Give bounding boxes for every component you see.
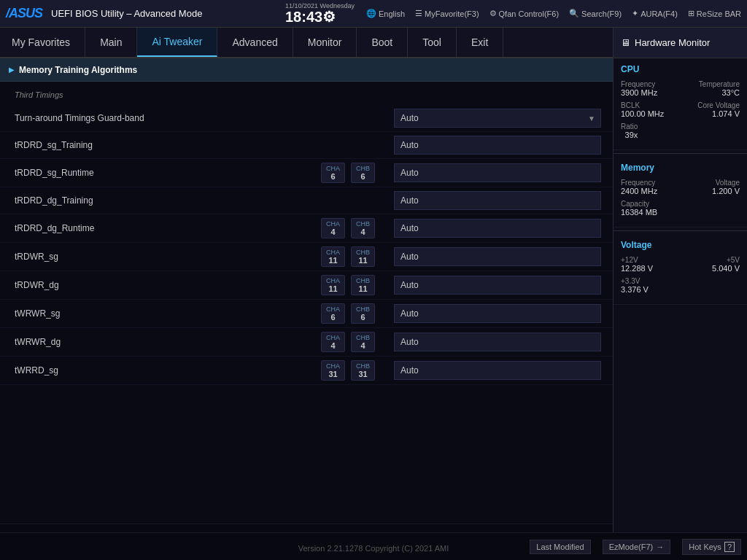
monitor-icon: 🖥: [621, 37, 630, 48]
setting-row: tRDRD_sg_RuntimeCHA6CHB6: [0, 159, 613, 187]
memory-section: Memory Frequency 2400 MHz Voltage 1.200 …: [614, 157, 747, 228]
channel-a-badge: CHA6: [321, 303, 345, 324]
cpu-ratio-row: Ratio 39x: [621, 122, 740, 139]
setting-name: tWRWR_dg: [15, 337, 321, 347]
setting-name: tWRWR_sg: [15, 308, 321, 319]
setting-input-8[interactable]: [394, 332, 601, 351]
setting-value-container: [394, 361, 601, 380]
volt-33v-value: 3.376 V: [621, 285, 649, 294]
setting-row: tWRWR_dgCHA4CHB4: [0, 328, 613, 357]
volt-33v-label: +3.3V: [621, 277, 649, 285]
setting-value-container: [394, 219, 601, 238]
setting-value-container: [394, 136, 601, 155]
nav-monitor[interactable]: Monitor: [293, 28, 357, 57]
cpu-frequency-row: Frequency 3900 MHz Temperature 33°C: [621, 80, 740, 97]
language-selector[interactable]: 🌐 English: [366, 9, 405, 18]
settings-area[interactable]: Third Timings Turn-around Timings Guard-…: [0, 82, 613, 505]
setting-value-container: [394, 304, 601, 323]
cpu-temp-label: Temperature: [699, 80, 740, 88]
time-display: 18:43⚙: [285, 9, 336, 24]
channel-badges: CHA6CHB6: [321, 163, 394, 183]
setting-name: tRDRD_dg_Training: [15, 195, 321, 206]
mem-capacity-row: Capacity 16384 MB: [621, 200, 740, 217]
channel-badges: CHA6CHB6: [321, 303, 394, 324]
aura-icon: ✦: [632, 9, 638, 18]
nav-advanced[interactable]: Advanced: [217, 28, 293, 57]
setting-input-6[interactable]: [394, 276, 601, 295]
resize-bar-btn[interactable]: ⊞ ReSize BAR: [688, 9, 741, 18]
channel-a-badge: CHA31: [321, 360, 345, 381]
favorite-icon: ☰: [415, 9, 422, 18]
nav-main[interactable]: Main: [85, 28, 137, 57]
volt-33v-row: +3.3V 3.376 V: [621, 277, 740, 294]
channel-badges: CHA4CHB4: [321, 332, 394, 352]
asus-logo: /ASUS: [6, 6, 42, 21]
setting-name: tRDRD_sg_Runtime: [15, 168, 321, 178]
cpu-ratio-value: 39x: [621, 131, 638, 139]
channel-badges: CHA11CHB11: [321, 275, 394, 295]
channel-b-badge: CHB11: [351, 246, 375, 267]
setting-name: tRDRD_dg_Runtime: [15, 223, 321, 233]
cpu-corevolt-label: Core Voltage: [697, 101, 740, 109]
channel-a-badge: CHA4: [321, 218, 345, 238]
language-label: English: [379, 9, 405, 18]
setting-row: tWRRD_sgCHA31CHB31: [0, 357, 613, 385]
setting-name: tWRRD_sg: [15, 365, 321, 376]
nav-advanced-label: Advanced: [232, 36, 277, 48]
header-bar: /ASUS UEFI BIOS Utility – Advanced Mode …: [0, 0, 747, 28]
mem-frequency-label: Frequency: [621, 179, 657, 187]
setting-select-0[interactable]: Auto: [394, 109, 601, 128]
nav-tool[interactable]: Tool: [408, 28, 457, 57]
nav-exit[interactable]: Exit: [457, 28, 503, 57]
setting-input-3[interactable]: [394, 191, 601, 210]
setting-value-container: [394, 163, 601, 182]
setting-input-7[interactable]: [394, 304, 601, 323]
resize-label: ReSize BAR: [697, 9, 741, 18]
hardware-monitor-panel: 🖥 Hardware Monitor CPU Frequency 3900 MH…: [613, 28, 747, 560]
setting-input-2[interactable]: [394, 163, 601, 182]
setting-row: Turn-around Timings Guard-bandAuto: [0, 105, 613, 132]
aura-btn[interactable]: ✦ AURA(F4): [632, 9, 678, 18]
nav-boot[interactable]: Boot: [357, 28, 408, 57]
qfan-label: Qfan Control(F6): [499, 9, 560, 18]
cpu-corevolt-value: 1.074 V: [697, 109, 740, 118]
cpu-temp-value: 33°C: [699, 88, 740, 97]
header-icons: 🌐 English ☰ MyFavorite(F3) ⚙ Qfan Contro…: [366, 9, 741, 18]
search-btn[interactable]: 🔍 Search(F9): [569, 9, 622, 18]
channel-b-badge: CHB4: [351, 332, 375, 352]
memory-section-title: Memory: [621, 163, 740, 173]
setting-name: tRDWR_dg: [15, 280, 321, 290]
channel-b-badge: CHB4: [351, 218, 375, 238]
qfan-control-btn[interactable]: ⚙ Qfan Control(F6): [489, 9, 560, 18]
setting-row: tRDRD_dg_Training: [0, 187, 613, 214]
resize-icon: ⊞: [688, 9, 694, 18]
nav-ai-tweaker-label: Ai Tweaker: [152, 36, 202, 47]
main-content: ▶ Memory Training Algorithms Third Timin…: [0, 58, 613, 560]
hw-monitor-header: 🖥 Hardware Monitor: [614, 28, 747, 58]
setting-name: tRDRD_sg_Training: [15, 140, 321, 150]
setting-input-1[interactable]: [394, 136, 601, 155]
fan-icon: ⚙: [489, 9, 497, 18]
my-favorite-btn[interactable]: ☰ MyFavorite(F3): [415, 9, 479, 18]
nav-my-favorites[interactable]: My Favorites: [0, 28, 85, 57]
setting-row: tRDRD_sg_Training: [0, 132, 613, 159]
setting-row: tRDWR_dgCHA11CHB11: [0, 271, 613, 300]
nav-boot-label: Boot: [371, 36, 392, 48]
setting-input-9[interactable]: [394, 361, 601, 380]
breadcrumb-bar: ▶ Memory Training Algorithms: [0, 58, 613, 82]
cpu-frequency-value: 3900 MHz: [621, 88, 657, 97]
setting-value-container: [394, 276, 601, 295]
cpu-section: CPU Frequency 3900 MHz Temperature 33°C …: [614, 58, 747, 150]
setting-value-container: [394, 332, 601, 351]
setting-input-5[interactable]: [394, 247, 601, 266]
cpu-bclk-label: BCLK: [621, 101, 664, 109]
cpu-section-title: CPU: [621, 64, 740, 74]
nav-ai-tweaker[interactable]: Ai Tweaker: [137, 28, 217, 57]
nav-main-label: Main: [100, 36, 122, 48]
cpu-ratio-label: Ratio: [621, 122, 638, 131]
channel-badges: CHA4CHB4: [321, 218, 394, 238]
setting-input-4[interactable]: [394, 219, 601, 238]
setting-name: tRDWR_sg: [15, 252, 321, 262]
channel-b-badge: CHB6: [351, 163, 375, 183]
volt-12v-row: +12V 12.288 V +5V 5.040 V: [621, 256, 740, 273]
